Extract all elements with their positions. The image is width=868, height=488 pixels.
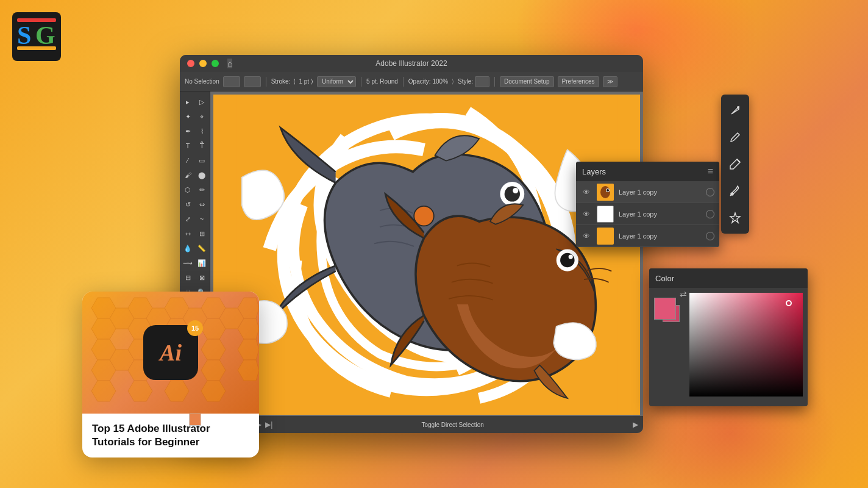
layers-panel-header: Layers ≡ <box>576 162 719 181</box>
layers-menu-btn[interactable]: ≡ <box>708 166 713 177</box>
rt-star-tool[interactable] <box>725 208 745 228</box>
layer-3-name: Layer 1 copy <box>619 232 701 240</box>
blend-tool[interactable]: ⟿ <box>181 256 194 270</box>
tool-row-4: T T̃ <box>181 139 208 152</box>
direct-select-tool[interactable]: ▷ <box>195 95 208 109</box>
svg-marker-54 <box>201 381 226 401</box>
layer-1-circle[interactable] <box>706 188 714 196</box>
stroke-item: Stroke: ⟨ 1 pt ⟩ <box>271 78 313 85</box>
svg-marker-52 <box>238 360 259 381</box>
layer-2-circle[interactable] <box>706 210 714 218</box>
color-picker-area[interactable] <box>689 293 803 396</box>
layer-item-3[interactable]: 👁 Layer 1 copy <box>576 225 719 247</box>
width-tool[interactable]: ⇿ <box>181 227 194 240</box>
layer-1-visibility[interactable]: 👁 <box>581 187 592 198</box>
fill-select[interactable] <box>223 76 240 87</box>
color-swatches-left: ⇄ <box>654 293 685 396</box>
document-setup-btn[interactable]: Document Setup <box>500 76 554 87</box>
rt-brush-tool[interactable] <box>725 127 745 147</box>
thumbnail-top: 15 Ai <box>82 292 259 414</box>
lasso-tool[interactable]: ⌖ <box>195 110 208 123</box>
blob-brush-tool[interactable]: ⬤ <box>195 168 208 182</box>
divider-3 <box>403 77 404 87</box>
magic-wand-tool[interactable]: ✦ <box>181 110 194 123</box>
touch-type-tool[interactable]: T̃ <box>195 139 208 152</box>
color-gradient-picker[interactable] <box>689 293 803 396</box>
opacity-label: Opacity: <box>408 78 431 85</box>
ai-app-icon: 15 Ai <box>143 325 198 380</box>
style-select[interactable] <box>475 76 489 87</box>
minimize-btn[interactable] <box>199 60 207 67</box>
nav-last-btn[interactable]: ▶| <box>265 420 272 429</box>
tool-row-13: ⊟ ⊠ <box>181 271 208 284</box>
layer-item-2[interactable]: 👁 Layer 1 copy <box>576 203 719 225</box>
layer-3-thumb <box>597 228 614 245</box>
style-label: Style: <box>458 78 473 85</box>
color-panel: Color ⇄ <box>649 268 808 406</box>
stroke-value: 1 pt <box>299 78 309 85</box>
color-foreground-swatch[interactable] <box>654 298 676 320</box>
warp-tool[interactable]: ~ <box>195 212 208 226</box>
slice-tool[interactable]: ⊠ <box>195 271 208 284</box>
type-tool[interactable]: T <box>181 139 194 152</box>
fg-color-swatch[interactable] <box>189 414 201 426</box>
svg-marker-47 <box>238 339 259 360</box>
tool-row-9: ⤢ ~ <box>181 212 208 226</box>
shaper-tool[interactable]: ⬡ <box>181 183 194 196</box>
close-btn[interactable] <box>187 60 194 67</box>
paintbrush-tool[interactable]: 🖌 <box>181 168 194 182</box>
layers-panel-title: Layers <box>582 167 606 176</box>
thumbnail-title: Top 15 Adobe Illustrator Tutorials for B… <box>92 422 249 449</box>
layer-2-visibility[interactable]: 👁 <box>581 209 592 220</box>
extra-options-btn[interactable]: ≫ <box>603 76 617 87</box>
ai-options-toolbar: No Selection Stroke: ⟨ 1 pt ⟩ Uniform 5 … <box>180 72 643 92</box>
opacity-item: Opacity: 100% <box>408 78 448 85</box>
svg-point-21 <box>607 189 609 192</box>
curvature-tool[interactable]: ⌇ <box>195 124 208 138</box>
layers-panel: Layers ≡ 👁 Layer 1 copy 👁 Layer 1 copy 👁… <box>576 162 719 247</box>
scale-tool[interactable]: ⤢ <box>181 212 194 226</box>
svg-text:S: S <box>17 21 31 49</box>
graph-tool[interactable]: 📊 <box>195 256 208 270</box>
rt-pen-tool[interactable] <box>725 101 745 120</box>
pen-tool[interactable]: ✒ <box>181 124 194 138</box>
reflect-tool[interactable]: ⇔ <box>195 198 208 211</box>
selection-label: No Selection <box>185 78 219 85</box>
svg-rect-3 <box>17 46 56 50</box>
canvas-nav-right[interactable]: ▶ <box>633 420 638 429</box>
layer-item-1[interactable]: 👁 Layer 1 copy <box>576 181 719 203</box>
tool-row-8: ↺ ⇔ <box>181 198 208 211</box>
selection-tool[interactable]: ▸ <box>181 95 194 109</box>
toggle-label: Toggle Direct Selection <box>276 422 629 428</box>
rotate-tool[interactable]: ↺ <box>181 198 194 211</box>
measure-tool[interactable]: 📏 <box>195 242 208 255</box>
swap-colors-icon[interactable]: ⇄ <box>680 289 687 299</box>
eyedropper-tool[interactable]: 💧 <box>181 242 194 255</box>
stroke-weight-select[interactable] <box>244 76 261 87</box>
divider-1 <box>266 77 266 87</box>
tool-row-6: 🖌 ⬤ <box>181 168 208 182</box>
ai-icon-text: Ai <box>160 339 182 366</box>
layer-3-visibility[interactable]: 👁 <box>581 231 592 242</box>
rt-eyedropper-tool[interactable] <box>725 181 745 201</box>
opacity-value: 100% <box>432 78 448 85</box>
rt-pencil-tool[interactable] <box>725 154 745 174</box>
artboard-tool[interactable]: ⊟ <box>181 271 194 284</box>
window-icon-btn[interactable]: ⌂ <box>227 59 232 68</box>
line-tool[interactable]: ∕ <box>181 154 194 167</box>
preferences-btn[interactable]: Preferences <box>558 76 599 87</box>
pencil-tool[interactable]: ✏ <box>195 183 208 196</box>
layer-3-circle[interactable] <box>706 232 714 240</box>
color-swatch-stack: ⇄ <box>654 293 685 323</box>
ai-canvas[interactable]: |◀ ◀ ▶ ▶| Toggle Direct Selection ▶ <box>210 92 643 433</box>
svg-point-9 <box>513 188 518 193</box>
fish-illustration <box>213 95 640 415</box>
rect-tool[interactable]: ▭ <box>195 154 208 167</box>
right-floating-toolbar <box>721 95 749 234</box>
maximize-btn[interactable] <box>212 60 219 67</box>
free-transform-tool[interactable]: ⊞ <box>195 227 208 240</box>
layer-2-name: Layer 1 copy <box>619 210 701 218</box>
stroke-type-select[interactable]: Uniform <box>317 76 356 87</box>
svg-marker-51 <box>201 360 226 381</box>
color-panel-header: Color <box>649 268 808 288</box>
